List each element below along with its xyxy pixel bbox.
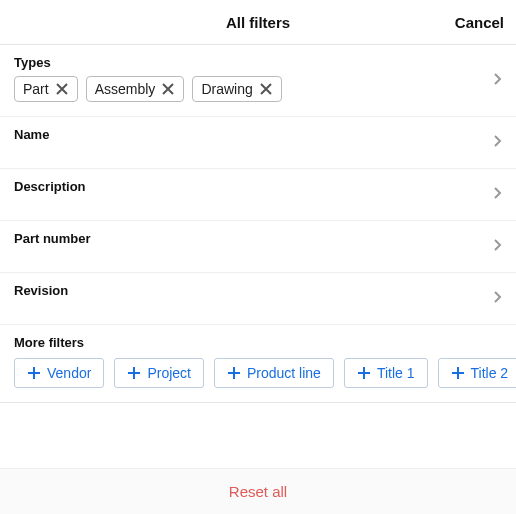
chip-label: Product line (247, 365, 321, 381)
add-filter-vendor[interactable]: Vendor (14, 358, 104, 388)
chip-label: Part (23, 81, 49, 97)
chevron-right-icon (492, 186, 502, 204)
page-title: All filters (226, 14, 290, 31)
reset-all-button[interactable]: Reset all (229, 483, 287, 500)
add-filter-title-2[interactable]: Title 2 (438, 358, 517, 388)
description-label: Description (14, 179, 502, 194)
revision-section[interactable]: Revision (0, 273, 516, 325)
name-section[interactable]: Name (0, 117, 516, 169)
plus-icon (227, 366, 241, 380)
close-icon[interactable] (259, 82, 273, 96)
description-section[interactable]: Description (0, 169, 516, 221)
types-chips: Part Assembly Drawing (14, 76, 502, 102)
type-chip-drawing[interactable]: Drawing (192, 76, 281, 102)
chevron-right-icon (492, 238, 502, 256)
chip-label: Drawing (201, 81, 252, 97)
divider (0, 402, 516, 403)
type-chip-part[interactable]: Part (14, 76, 78, 102)
add-filter-product-line[interactable]: Product line (214, 358, 334, 388)
chip-label: Title 2 (471, 365, 509, 381)
add-filter-title-1[interactable]: Title 1 (344, 358, 428, 388)
name-label: Name (14, 127, 502, 142)
plus-icon (357, 366, 371, 380)
types-label: Types (14, 55, 502, 70)
close-icon[interactable] (55, 82, 69, 96)
plus-icon (27, 366, 41, 380)
chip-label: Project (147, 365, 191, 381)
part-number-label: Part number (14, 231, 502, 246)
chevron-right-icon (492, 134, 502, 152)
part-number-section[interactable]: Part number (0, 221, 516, 273)
chevron-right-icon (492, 290, 502, 308)
more-filters-chips: Vendor Project Product line Title 1 Titl… (14, 358, 516, 388)
chevron-right-icon (492, 72, 502, 90)
more-filters-label: More filters (14, 335, 516, 350)
chip-label: Title 1 (377, 365, 415, 381)
close-icon[interactable] (161, 82, 175, 96)
footer: Reset all (0, 468, 516, 514)
more-filters-section: More filters Vendor Project Product line… (0, 325, 516, 402)
chip-label: Assembly (95, 81, 156, 97)
plus-icon (451, 366, 465, 380)
types-section[interactable]: Types Part Assembly Drawing (0, 45, 516, 117)
chip-label: Vendor (47, 365, 91, 381)
header: All filters Cancel (0, 0, 516, 44)
revision-label: Revision (14, 283, 502, 298)
plus-icon (127, 366, 141, 380)
add-filter-project[interactable]: Project (114, 358, 204, 388)
type-chip-assembly[interactable]: Assembly (86, 76, 185, 102)
cancel-button[interactable]: Cancel (455, 14, 504, 31)
